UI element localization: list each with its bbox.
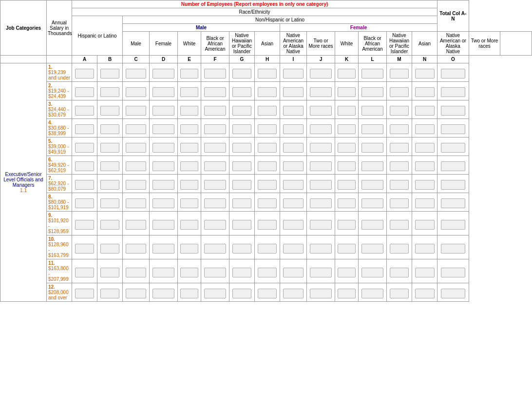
input-row0-col6[interactable] xyxy=(232,69,252,78)
input-row11-col3[interactable] xyxy=(152,289,174,298)
row9-col6-input[interactable] xyxy=(229,239,255,259)
row6-col3-input[interactable] xyxy=(150,178,178,193)
row6-col1-input[interactable] xyxy=(97,178,123,193)
row7-col0-input[interactable] xyxy=(72,197,97,212)
input-row9-col14[interactable] xyxy=(441,244,466,254)
row1-col8-input[interactable] xyxy=(280,86,307,100)
row2-col0-input[interactable] xyxy=(72,104,97,119)
input-row10-col2[interactable] xyxy=(126,268,147,277)
input-row0-col13[interactable] xyxy=(415,69,435,78)
input-row7-col12[interactable] xyxy=(390,198,409,208)
row3-col13-input[interactable] xyxy=(412,123,437,137)
row3-col7-input[interactable] xyxy=(255,123,280,137)
row10-col8-input[interactable] xyxy=(280,263,307,283)
input-row3-col4[interactable] xyxy=(180,124,198,134)
input-row6-col4[interactable] xyxy=(180,180,198,190)
input-row8-col13[interactable] xyxy=(415,220,435,230)
input-row9-col0[interactable] xyxy=(75,244,95,254)
input-row3-col7[interactable] xyxy=(258,124,277,134)
row7-col6-input[interactable] xyxy=(229,197,255,212)
row10-col3-input[interactable] xyxy=(150,263,178,283)
row8-col7-input[interactable] xyxy=(255,216,280,235)
input-row7-col0[interactable] xyxy=(75,198,95,208)
row0-col11-input[interactable] xyxy=(359,67,387,82)
input-row3-col5[interactable] xyxy=(204,124,226,134)
row11-col13-input[interactable] xyxy=(412,287,437,302)
row9-col5-input[interactable] xyxy=(201,239,229,259)
row9-col8-input[interactable] xyxy=(280,239,307,259)
row3-col9-input[interactable] xyxy=(307,123,335,137)
input-row8-col8[interactable] xyxy=(283,220,304,230)
input-row0-col0[interactable] xyxy=(75,69,95,78)
row11-col4-input[interactable] xyxy=(178,287,201,302)
input-row5-col12[interactable] xyxy=(390,161,409,171)
input-row7-col10[interactable] xyxy=(338,198,356,208)
row4-col7-input[interactable] xyxy=(255,141,280,156)
row9-col4-input[interactable] xyxy=(178,239,201,259)
input-row8-col7[interactable] xyxy=(258,220,277,230)
input-row2-col6[interactable] xyxy=(232,106,252,116)
row2-col3-input[interactable] xyxy=(150,104,178,119)
row8-col3-input[interactable] xyxy=(150,216,178,235)
row3-col6-input[interactable] xyxy=(229,123,255,137)
input-row11-col5[interactable] xyxy=(204,289,226,298)
input-row3-col2[interactable] xyxy=(126,124,147,134)
input-row7-col14[interactable] xyxy=(441,198,466,208)
input-row1-col3[interactable] xyxy=(152,87,174,97)
row7-col8-input[interactable] xyxy=(280,197,307,212)
row7-col12-input[interactable] xyxy=(387,197,412,212)
input-row1-col12[interactable] xyxy=(390,87,409,97)
input-row7-col8[interactable] xyxy=(283,198,304,208)
row6-col11-input[interactable] xyxy=(359,178,387,193)
row8-col10-input[interactable] xyxy=(335,216,359,235)
input-row3-col12[interactable] xyxy=(390,124,409,134)
input-row9-col4[interactable] xyxy=(180,244,198,254)
row9-col12-input[interactable] xyxy=(387,239,412,259)
input-row1-col5[interactable] xyxy=(204,87,226,97)
row0-col14-input[interactable] xyxy=(437,67,469,82)
input-row6-col10[interactable] xyxy=(338,180,356,190)
input-row11-col2[interactable] xyxy=(126,289,147,298)
input-row6-col8[interactable] xyxy=(283,180,304,190)
row9-col10-input[interactable] xyxy=(335,239,359,259)
row6-col0-input[interactable] xyxy=(72,178,97,193)
row2-col6-input[interactable] xyxy=(229,104,255,119)
row1-col2-input[interactable] xyxy=(123,86,150,100)
row7-col13-input[interactable] xyxy=(412,197,437,212)
input-row5-col3[interactable] xyxy=(152,161,174,171)
input-row7-col9[interactable] xyxy=(310,198,332,208)
input-row3-col14[interactable] xyxy=(441,124,466,134)
row3-col11-input[interactable] xyxy=(359,123,387,137)
input-row0-col1[interactable] xyxy=(100,69,120,78)
row3-col8-input[interactable] xyxy=(280,123,307,137)
input-row0-col5[interactable] xyxy=(204,69,226,78)
row10-col11-input[interactable] xyxy=(359,263,387,283)
row4-col14-input[interactable] xyxy=(437,141,469,156)
row10-col14-input[interactable] xyxy=(437,263,469,283)
row4-col9-input[interactable] xyxy=(307,141,335,156)
input-row2-col3[interactable] xyxy=(152,106,174,116)
input-row0-col10[interactable] xyxy=(338,69,356,78)
row5-col4-input[interactable] xyxy=(178,160,201,175)
input-row9-col7[interactable] xyxy=(258,244,277,254)
input-row10-col10[interactable] xyxy=(338,268,356,277)
row5-col9-input[interactable] xyxy=(307,160,335,175)
input-row5-col14[interactable] xyxy=(441,161,466,171)
row2-col12-input[interactable] xyxy=(387,104,412,119)
row10-col0-input[interactable] xyxy=(72,263,97,283)
input-row9-col12[interactable] xyxy=(390,244,409,254)
input-row3-col13[interactable] xyxy=(415,124,435,134)
row4-col10-input[interactable] xyxy=(335,141,359,156)
row7-col2-input[interactable] xyxy=(123,197,150,212)
input-row2-col8[interactable] xyxy=(283,106,304,116)
input-row10-col7[interactable] xyxy=(258,268,277,277)
input-row11-col11[interactable] xyxy=(361,289,383,298)
row5-col11-input[interactable] xyxy=(359,160,387,175)
input-row4-col3[interactable] xyxy=(152,143,174,153)
row3-col5-input[interactable] xyxy=(201,123,229,137)
input-row7-col2[interactable] xyxy=(126,198,147,208)
input-row4-col1[interactable] xyxy=(100,143,120,153)
row9-col2-input[interactable] xyxy=(123,239,150,259)
input-row10-col13[interactable] xyxy=(415,268,435,277)
input-row1-col10[interactable] xyxy=(338,87,356,97)
